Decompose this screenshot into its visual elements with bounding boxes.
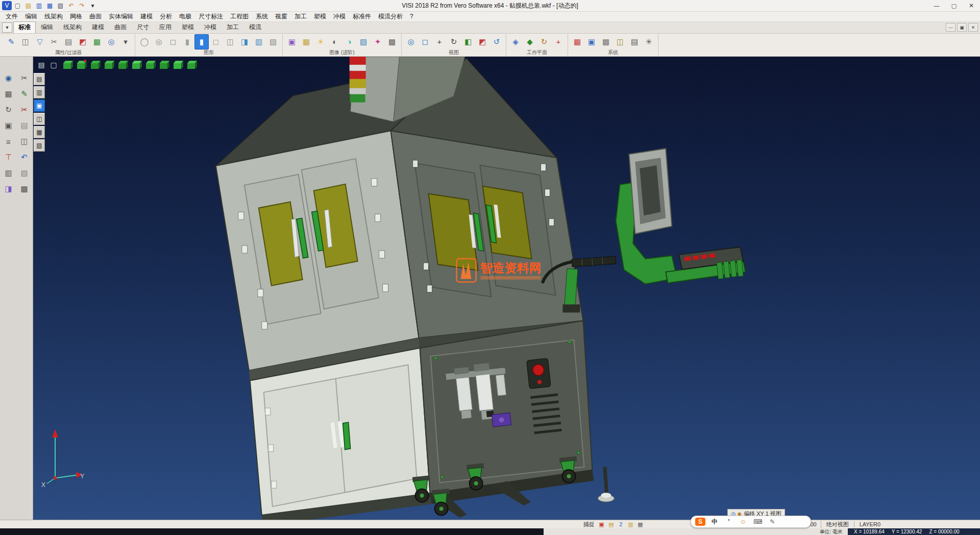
- reflections-button[interactable]: ◑: [342, 34, 356, 50]
- tab-wireframe[interactable]: 线架构: [58, 21, 87, 33]
- view-preset-right-button[interactable]: ◫: [34, 113, 45, 125]
- menu-item[interactable]: 冲模: [330, 12, 349, 21]
- solid-tool[interactable]: ▣: [2, 118, 16, 133]
- tab-surface[interactable]: 曲面: [109, 21, 132, 33]
- tab-standard[interactable]: 标准: [13, 21, 36, 33]
- wireframe-view-button[interactable]: ◯: [137, 34, 152, 50]
- menu-item[interactable]: 尺寸标注: [195, 12, 227, 21]
- print-button[interactable]: ▧: [56, 1, 65, 10]
- flat-shaded-view-button[interactable]: ▮: [180, 34, 194, 50]
- ime-emoji-icon[interactable]: ☺: [738, 518, 748, 526]
- tab-edit[interactable]: 编辑: [36, 21, 58, 33]
- view-bottom-button[interactable]: [143, 59, 156, 70]
- status-layers-icon[interactable]: ▤: [607, 521, 615, 528]
- zoom-window-button[interactable]: ◻: [418, 34, 432, 50]
- view-back-button[interactable]: [88, 59, 101, 70]
- view-axon-button[interactable]: [157, 59, 170, 70]
- view-rotate-cube-button[interactable]: [185, 59, 198, 70]
- attributes-paint-button[interactable]: ✎: [4, 34, 18, 50]
- status-print-icon[interactable]: ▦: [636, 521, 644, 528]
- ime-lang-mode[interactable]: 中: [709, 518, 720, 526]
- doc-minimize-button[interactable]: —: [946, 23, 955, 32]
- save-all-button[interactable]: ▦: [45, 1, 55, 10]
- delete-tool[interactable]: ✂: [17, 71, 32, 85]
- doc-close-button[interactable]: ✕: [968, 23, 978, 32]
- menu-item[interactable]: 电极: [176, 12, 195, 21]
- measure-tool[interactable]: ▥: [2, 166, 16, 180]
- notes-tool[interactable]: ▤: [17, 118, 32, 133]
- redo-button[interactable]: ↷: [77, 1, 87, 10]
- menu-item[interactable]: 文件: [2, 12, 21, 21]
- menu-item[interactable]: 加工: [291, 12, 310, 21]
- ime-keyboard-icon[interactable]: ⌨: [752, 518, 763, 526]
- view-mode-indicator[interactable]: 绝对视图: [821, 521, 854, 528]
- attributes-match-button[interactable]: ◫: [18, 34, 33, 50]
- workplane-rotate-button[interactable]: ↻: [537, 34, 551, 50]
- menu-item[interactable]: 塑模: [310, 12, 330, 21]
- status-pair-icon[interactable]: 2: [617, 521, 625, 527]
- menu-item[interactable]: 实体编辑: [105, 12, 137, 21]
- ime-toolbox-icon[interactable]: ✎: [767, 518, 777, 526]
- materials-button[interactable]: ▣: [285, 34, 299, 50]
- menu-item[interactable]: 视窗: [272, 12, 291, 21]
- shaded-view-button[interactable]: ▮: [194, 34, 209, 50]
- toolbar-options-dropdown[interactable]: ▼: [2, 22, 12, 33]
- list-tool[interactable]: ≡: [2, 134, 16, 149]
- sketch-tool[interactable]: ✎: [17, 87, 32, 101]
- zoom-tool[interactable]: ◉: [2, 71, 16, 85]
- status-folder-icon[interactable]: ▥: [627, 521, 634, 528]
- view-preset-top-button[interactable]: ▤: [34, 73, 45, 85]
- texture-tool[interactable]: ▧: [17, 166, 32, 180]
- tab-machining[interactable]: 加工: [222, 21, 244, 33]
- view-preset-bottom-button[interactable]: ▧: [34, 139, 45, 152]
- database-button[interactable]: ▤: [627, 34, 642, 50]
- tab-die[interactable]: 冲模: [199, 21, 222, 33]
- menu-item[interactable]: 标准件: [349, 12, 375, 21]
- menu-item[interactable]: 分析: [156, 12, 176, 21]
- view-preset-front-button[interactable]: ▥: [34, 86, 45, 99]
- menu-item[interactable]: 模流分析: [375, 12, 406, 21]
- isometric-view-button[interactable]: ◩: [475, 34, 489, 50]
- zebra-view-button[interactable]: ▥: [252, 34, 266, 50]
- grid-settings-button[interactable]: ▩: [599, 34, 613, 50]
- section-view-button[interactable]: ◨: [237, 34, 252, 50]
- ime-punctuation[interactable]: ’: [724, 518, 734, 526]
- visi-logo[interactable]: V: [2, 1, 12, 10]
- redraw-button[interactable]: ↺: [489, 34, 504, 50]
- menu-item[interactable]: 编辑: [21, 12, 41, 21]
- hidden-line-view-button[interactable]: ◎: [152, 34, 166, 50]
- rotate-view-button[interactable]: ↻: [447, 34, 461, 50]
- panels-tool[interactable]: ◫: [17, 134, 32, 149]
- workplane-face-button[interactable]: ◆: [523, 34, 537, 50]
- standard-views-button[interactable]: ◧: [461, 34, 475, 50]
- view-front-button[interactable]: [75, 59, 87, 70]
- view-top-button[interactable]: [130, 59, 142, 70]
- view-left-button[interactable]: [102, 59, 115, 70]
- view-preset-iso-button[interactable]: ▣: [34, 100, 45, 112]
- tab-modeling[interactable]: 建模: [87, 21, 109, 33]
- selection-options-button[interactable]: ▾: [118, 34, 133, 50]
- menu-item[interactable]: 网格: [66, 12, 86, 21]
- datum-tool[interactable]: ⊤: [2, 150, 16, 164]
- minimize-button[interactable]: —: [928, 0, 945, 11]
- display-settings-button[interactable]: ▣: [584, 34, 599, 50]
- clipboard-tool[interactable]: ▩: [17, 182, 32, 196]
- ime-logo[interactable]: S: [695, 518, 705, 526]
- workplane-origin-button[interactable]: +: [551, 34, 566, 50]
- shadows-button[interactable]: ◐: [328, 34, 342, 50]
- save-button[interactable]: ▥: [34, 1, 44, 10]
- tab-dimension[interactable]: 尺寸: [132, 21, 154, 33]
- snap-grid-tool[interactable]: ▦: [2, 87, 16, 101]
- menu-item[interactable]: 系统: [252, 12, 272, 21]
- viewport-plane-button[interactable]: ▢: [47, 59, 60, 70]
- open-file-button[interactable]: ▤: [23, 1, 33, 10]
- view-iso-button[interactable]: [61, 59, 74, 70]
- mixed-view-button[interactable]: ◫: [223, 34, 237, 50]
- environment-button[interactable]: ✦: [371, 34, 385, 50]
- system-options-button[interactable]: ✳: [642, 34, 656, 50]
- qat-customize-button[interactable]: ▾: [88, 1, 97, 10]
- taskbar-strip[interactable]: [0, 528, 544, 535]
- trim-tool[interactable]: ✂: [17, 103, 32, 117]
- tab-mould[interactable]: 塑模: [177, 21, 199, 33]
- viewport-3d[interactable]: 智造资料网 X Y ▤▢: [33, 57, 980, 520]
